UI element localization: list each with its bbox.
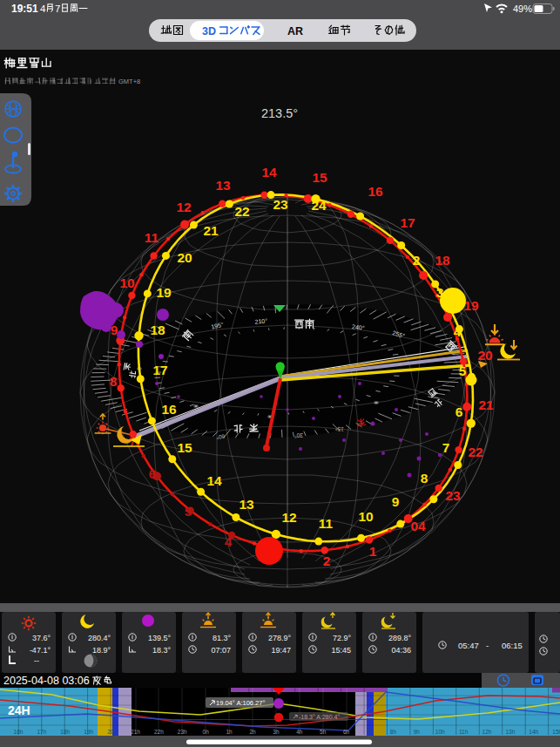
svg-text:9: 9 [392,494,400,509]
svg-text:07:07: 07:07 [211,646,231,655]
svg-text:81.3°: 81.3° [213,634,232,642]
svg-text:20: 20 [477,348,492,363]
svg-text:18.9°: 18.9° [92,646,111,655]
svg-text:04: 04 [410,519,426,533]
svg-text:8: 8 [110,374,118,389]
svg-text:13: 13 [239,497,254,512]
svg-text:10: 10 [358,509,373,524]
svg-text:23: 23 [445,488,461,503]
svg-text:--: -- [34,656,39,665]
svg-text:23: 23 [273,197,288,212]
svg-text:19:51: 19:51 [11,3,38,15]
svg-text:12h: 12h [482,729,492,735]
svg-text:16h: 16h [14,729,24,735]
svg-text:2025-04-08 03:06: 2025-04-08 03:06 [3,675,90,687]
svg-text:13: 13 [215,178,231,193]
svg-text:139.5°: 139.5° [148,634,172,642]
svg-text:5: 5 [185,504,192,519]
svg-text:30°: 30° [294,432,303,438]
svg-text:5: 5 [459,363,467,378]
svg-text:15h: 15h [552,729,560,735]
svg-text:7: 7 [442,440,450,455]
svg-text:18h: 18h [60,729,70,735]
svg-text:7: 7 [55,3,60,14]
svg-text:04:36: 04:36 [391,646,411,655]
svg-text:72.9°: 72.9° [333,634,352,642]
svg-text:17: 17 [152,363,167,377]
svg-text:22: 22 [234,204,249,219]
svg-text:8: 8 [421,471,428,486]
svg-text:17: 17 [400,215,415,230]
svg-text:19:47: 19:47 [271,646,291,655]
svg-text:289.8°: 289.8° [388,634,412,642]
svg-text:21: 21 [203,223,219,238]
svg-text:0h: 0h [203,729,210,735]
svg-text:21: 21 [478,397,494,412]
svg-text:17h: 17h [37,729,46,735]
svg-text:14: 14 [206,473,222,488]
svg-text:6: 6 [149,466,157,481]
svg-text:2: 2 [323,553,331,568]
svg-text:20h: 20h [107,729,117,735]
svg-text:18: 18 [435,253,450,268]
svg-text:23h: 23h [178,729,187,735]
svg-text:21h: 21h [131,729,140,735]
svg-text:278.9°: 278.9° [268,634,292,642]
svg-text:19: 19 [463,298,479,313]
svg-text:24H: 24H [8,703,30,717]
svg-text:15: 15 [177,440,192,455]
svg-text:1h: 1h [226,729,233,735]
svg-text:8h: 8h [390,729,397,735]
svg-text:-: - [486,641,489,650]
svg-text:49%: 49% [513,3,532,14]
svg-text:3h: 3h [273,729,280,735]
svg-text:37.6°: 37.6° [32,634,51,642]
svg-text:11: 11 [145,230,159,245]
svg-text:22: 22 [468,445,482,459]
svg-text:11h: 11h [459,729,469,735]
svg-text:18: 18 [150,323,165,337]
svg-text:05:47: 05:47 [458,641,479,650]
svg-text:19: 19 [156,285,172,300]
svg-text:4: 4 [225,534,233,549]
svg-text:4: 4 [40,3,46,14]
svg-text:GMT+8: GMT+8 [118,78,140,85]
svg-text:14h: 14h [529,729,538,735]
svg-text:06:15: 06:15 [502,641,523,650]
svg-text:11: 11 [319,516,334,531]
svg-text:19.04° A:106.27°: 19.04° A:106.27° [216,699,265,707]
svg-text:9h: 9h [414,729,421,735]
svg-text:-18.3° A:280.4°: -18.3° A:280.4° [299,714,340,720]
svg-text:22h: 22h [154,729,164,735]
svg-text:2: 2 [413,253,421,268]
svg-text:4h: 4h [296,729,303,735]
svg-text:24: 24 [311,198,327,213]
svg-text:10h: 10h [435,729,445,735]
svg-text:10: 10 [119,275,134,290]
svg-text:14: 14 [261,165,277,180]
svg-text:1: 1 [369,544,377,559]
svg-text:12: 12 [281,510,296,525]
svg-text:18.3°: 18.3° [152,646,172,655]
svg-text:6: 6 [455,404,463,419]
svg-text:2h: 2h [249,729,256,735]
svg-text:280.4°: 280.4° [88,634,111,642]
svg-text:15:45: 15:45 [331,646,351,655]
svg-text:15: 15 [312,170,327,185]
svg-text:19h: 19h [84,729,93,735]
svg-text:213.5°: 213.5° [261,106,298,120]
svg-text:210°: 210° [254,317,267,324]
svg-text:6h: 6h [343,729,350,735]
svg-text:16: 16 [368,184,383,199]
svg-text:13h: 13h [505,729,515,735]
svg-text:7h: 7h [367,729,374,735]
svg-text:12: 12 [176,200,191,214]
svg-text:3D: 3D [202,25,216,37]
svg-text:16: 16 [161,402,177,417]
svg-text:5h: 5h [320,729,327,735]
svg-text:20: 20 [177,250,192,265]
svg-text:-47.1°: -47.1° [30,646,51,655]
svg-text:AR: AR [287,25,303,37]
svg-text:4: 4 [454,324,462,339]
